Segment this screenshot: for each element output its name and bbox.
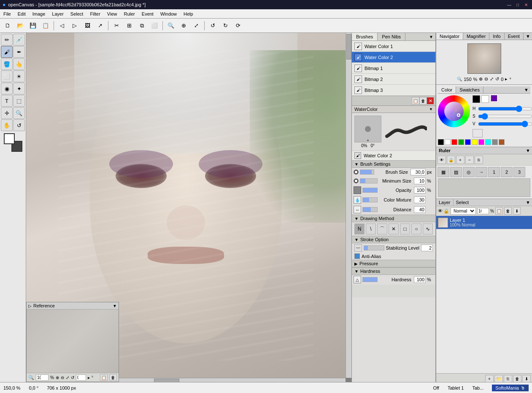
brush-size-slider[interactable] [360,170,374,175]
brush-panel-close[interactable]: ✕ [427,97,434,104]
opacity-value[interactable] [414,187,426,194]
maximize-button[interactable]: □ [514,1,521,8]
tab-brushes[interactable]: Brushes [352,33,378,40]
toolbar-redo2[interactable]: ⟳ [232,20,244,32]
tool-move[interactable]: ✛ [1,107,13,119]
tool-airbrush[interactable]: ✒ [13,46,25,58]
swatch-red[interactable] [451,139,457,145]
swatch-white[interactable] [445,139,451,145]
dm-circle[interactable]: ○ [411,223,421,234]
layer-select-label[interactable]: Select [453,199,472,206]
brush-item-bitmap1[interactable]: 🖌 Bitmap 1 [352,63,435,74]
swatch-green[interactable] [458,139,464,145]
menu-ruler[interactable]: Ruler [121,9,138,18]
ruler-eye-btn[interactable]: 👁 [437,156,446,164]
swatch-yellow[interactable] [472,139,478,145]
tool-pencil[interactable]: ✏ [1,34,13,46]
toolbar-save-all[interactable]: 📋 [40,20,51,32]
opacity-slider[interactable] [362,188,378,193]
tab-navigator[interactable]: Navigator [436,33,463,40]
swatch-magenta[interactable] [478,139,484,145]
layer-opt-btn2[interactable]: 🗑 [504,207,512,215]
color-wheel-container[interactable] [438,95,470,127]
layer-add-btn[interactable]: + [485,375,494,382]
ref-copy-btn[interactable]: 📋 [100,374,108,381]
tool-eraser[interactable]: ⬜ [1,70,13,82]
ref-angle-input[interactable] [76,374,86,381]
antialias-checkbox[interactable] [354,253,360,259]
ref-zoom-icon[interactable]: 🔍 [28,375,34,380]
h-slider[interactable] [478,107,532,111]
foreground-color[interactable] [4,133,15,144]
brush-item-watercolor1[interactable]: 🖌 Water Color 1 [352,41,435,52]
swatch-gray[interactable] [492,139,498,145]
tool-eyedropper[interactable]: 💉 [13,34,25,46]
toolbar-export[interactable]: ↗ [94,20,106,32]
min-size-radio[interactable] [354,178,359,183]
hardness-slider[interactable] [362,277,378,282]
ruler-add-btn[interactable]: + [456,156,464,164]
current-color-swatch[interactable] [491,95,497,101]
menu-image[interactable]: Image [29,9,49,18]
menu-file[interactable]: File [0,9,14,18]
menu-filter[interactable]: Filter [86,9,103,18]
tool-blur[interactable]: ◉ [1,83,13,94]
tab-color[interactable]: Color [438,86,456,93]
tool-rotate[interactable]: ↺ [13,119,25,131]
tool-zoom[interactable]: 🔍 [13,107,25,119]
s-slider[interactable] [478,114,532,118]
ruler-copy-btn[interactable]: ⎘ [475,156,483,164]
color-mixture-slider[interactable] [362,197,378,202]
white-swatch[interactable] [481,95,489,103]
toolbar-select-rect[interactable]: ⬜ [149,20,160,32]
layer-opt-btn3[interactable]: ⬇ [513,207,521,215]
tool-sharpen[interactable]: ✦ [13,83,25,94]
brush-panel-arrow[interactable]: ▼ [427,35,435,39]
black-swatch[interactable] [473,95,480,103]
tool-text[interactable]: T [1,95,13,107]
layer-eye-icon[interactable]: 👁 [438,208,443,213]
menu-event[interactable]: Event [138,9,157,18]
dm-rect[interactable]: □ [400,223,410,234]
brush-size-value[interactable] [410,169,426,175]
toolbar-next[interactable]: ▷ [69,20,81,32]
toolbar-undo[interactable]: ↺ [207,20,219,32]
dm-bezier[interactable]: ∿ [423,223,433,234]
layer-item-1[interactable]: Layer 1 100% Normal [436,216,532,229]
drawing-method-header[interactable]: ▼ Drawing Method [352,215,435,222]
nav-angle-arrow[interactable]: ▸ [505,76,508,82]
tool-smudge[interactable]: 👆 [13,58,25,70]
tab-magnifier[interactable]: Magnifier [463,33,489,40]
ruler-lock-btn[interactable]: 🔒 [447,156,455,164]
ruler-icon-arrow[interactable]: → [475,167,487,177]
nav-rotate[interactable]: ↺ [495,76,499,82]
layer-copy-btn[interactable]: ⎘ [504,375,512,382]
color-panel-arrow[interactable]: ▼ [522,86,530,93]
min-size-value[interactable] [414,178,426,184]
layer-lock-icon[interactable]: 🔒 [443,208,449,214]
brush-size-radio[interactable] [354,170,359,175]
layer-folder-btn[interactable]: 📁 [494,375,503,382]
menu-view[interactable]: View [104,9,121,18]
brush-item-bitmap2[interactable]: 🖌 Bitmap 2 [352,74,435,85]
toolbar-prev[interactable]: ◁ [56,20,68,32]
ruler-icon-2[interactable]: 2 [501,167,513,177]
tab-pen-nibs[interactable]: Pen Nibs [378,33,405,40]
ruler-arrow[interactable]: ▼ [524,147,532,154]
brush-item-bitmap3[interactable]: 🖌 Bitmap 3 [352,85,435,96]
toolbar-redo[interactable]: ↻ [219,20,231,32]
distance-slider[interactable] [362,207,378,212]
menu-window[interactable]: Window [157,9,180,18]
toolbar-cut[interactable]: ✂ [111,20,122,32]
tool-fill[interactable]: 🪣 [1,58,13,70]
ref-fit-btn[interactable]: ⤢ [66,375,69,380]
swatch-cyan[interactable] [485,139,491,145]
tab-event[interactable]: Event [505,33,524,40]
dm-curve[interactable]: ⌒ [377,223,387,234]
stabilizing-slider[interactable] [364,245,384,250]
minimize-button[interactable]: — [506,1,513,8]
nav-zoom-in[interactable]: ⊕ [479,76,483,82]
ruler-icon-hatching1[interactable]: ▦ [437,167,449,177]
menu-layer[interactable]: Layer [49,9,67,18]
swatch-brown[interactable] [499,139,505,145]
